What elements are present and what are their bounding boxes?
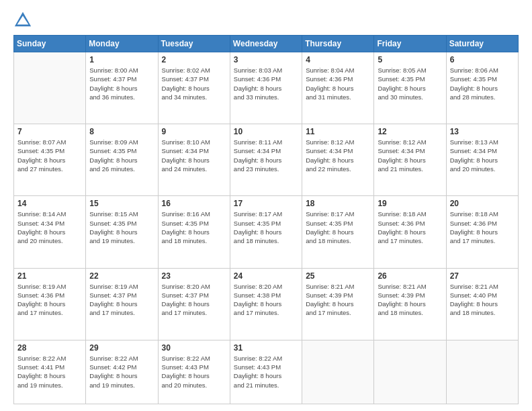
weekday-header-sunday: Sunday: [14, 36, 86, 52]
day-number: 12: [378, 127, 442, 136]
day-number: 28: [17, 343, 82, 353]
calendar-cell: 1Sunrise: 8:00 AMSunset: 4:37 PMDaylight…: [86, 52, 158, 124]
day-number: 10: [234, 127, 298, 136]
calendar-cell: 14Sunrise: 8:14 AMSunset: 4:34 PMDayligh…: [14, 196, 86, 268]
day-number: 22: [89, 271, 154, 281]
day-info: Sunrise: 8:14 AMSunset: 4:34 PMDaylight:…: [17, 210, 82, 245]
day-number: 5: [378, 55, 442, 64]
calendar-cell: [14, 52, 86, 124]
day-number: 4: [306, 55, 370, 64]
day-number: 20: [450, 199, 515, 208]
day-info: Sunrise: 8:15 AMSunset: 4:35 PMDaylight:…: [89, 210, 154, 245]
calendar-cell: 27Sunrise: 8:21 AMSunset: 4:40 PMDayligh…: [446, 268, 518, 340]
day-number: 21: [17, 271, 82, 281]
header: [13, 11, 519, 30]
day-number: 7: [17, 127, 82, 136]
weekday-header-wednesday: Wednesday: [230, 36, 302, 52]
day-number: 27: [450, 271, 515, 281]
day-number: 25: [306, 271, 370, 281]
calendar-cell: 8Sunrise: 8:09 AMSunset: 4:35 PMDaylight…: [86, 124, 158, 196]
day-info: Sunrise: 8:19 AMSunset: 4:37 PMDaylight:…: [89, 282, 154, 318]
day-number: 3: [234, 55, 298, 64]
day-info: Sunrise: 8:22 AMSunset: 4:43 PMDaylight:…: [234, 354, 298, 390]
day-info: Sunrise: 8:22 AMSunset: 4:42 PMDaylight:…: [89, 354, 154, 390]
day-number: 2: [162, 55, 226, 64]
day-number: 8: [89, 127, 154, 136]
day-info: Sunrise: 8:20 AMSunset: 4:38 PMDaylight:…: [234, 282, 298, 318]
calendar-cell: 15Sunrise: 8:15 AMSunset: 4:35 PMDayligh…: [86, 196, 158, 268]
weekday-header-friday: Friday: [374, 36, 446, 52]
day-info: Sunrise: 8:03 AMSunset: 4:36 PMDaylight:…: [234, 66, 298, 101]
day-info: Sunrise: 8:05 AMSunset: 4:35 PMDaylight:…: [378, 66, 442, 101]
day-number: 19: [378, 199, 442, 208]
calendar-cell: 24Sunrise: 8:20 AMSunset: 4:38 PMDayligh…: [230, 268, 302, 340]
calendar-cell: [446, 340, 518, 404]
day-info: Sunrise: 8:17 AMSunset: 4:35 PMDaylight:…: [234, 210, 298, 245]
day-info: Sunrise: 8:12 AMSunset: 4:34 PMDaylight:…: [378, 138, 442, 173]
calendar-cell: 23Sunrise: 8:20 AMSunset: 4:37 PMDayligh…: [158, 268, 230, 340]
day-number: 24: [234, 271, 298, 281]
day-number: 11: [306, 127, 370, 136]
day-info: Sunrise: 8:21 AMSunset: 4:39 PMDaylight:…: [378, 282, 442, 318]
day-number: 16: [162, 199, 226, 208]
day-info: Sunrise: 8:18 AMSunset: 4:36 PMDaylight:…: [378, 210, 442, 245]
weekday-header-monday: Monday: [86, 36, 158, 52]
weekday-header-tuesday: Tuesday: [158, 36, 230, 52]
calendar-cell: 20Sunrise: 8:18 AMSunset: 4:36 PMDayligh…: [446, 196, 518, 268]
calendar-cell: 19Sunrise: 8:18 AMSunset: 4:36 PMDayligh…: [374, 196, 446, 268]
calendar-cell: 28Sunrise: 8:22 AMSunset: 4:41 PMDayligh…: [14, 340, 86, 404]
day-info: Sunrise: 8:09 AMSunset: 4:35 PMDaylight:…: [89, 138, 154, 173]
calendar-cell: 7Sunrise: 8:07 AMSunset: 4:35 PMDaylight…: [14, 124, 86, 196]
day-info: Sunrise: 8:16 AMSunset: 4:35 PMDaylight:…: [162, 210, 226, 245]
calendar-cell: 12Sunrise: 8:12 AMSunset: 4:34 PMDayligh…: [374, 124, 446, 196]
logo-icon: [13, 11, 32, 30]
day-info: Sunrise: 8:13 AMSunset: 4:34 PMDaylight:…: [450, 138, 515, 173]
calendar-cell: 2Sunrise: 8:02 AMSunset: 4:37 PMDaylight…: [158, 52, 230, 124]
calendar-cell: 9Sunrise: 8:10 AMSunset: 4:34 PMDaylight…: [158, 124, 230, 196]
day-number: 29: [89, 343, 154, 353]
day-info: Sunrise: 8:11 AMSunset: 4:34 PMDaylight:…: [234, 138, 298, 173]
calendar-cell: 16Sunrise: 8:16 AMSunset: 4:35 PMDayligh…: [158, 196, 230, 268]
calendar-cell: 31Sunrise: 8:22 AMSunset: 4:43 PMDayligh…: [230, 340, 302, 404]
calendar-cell: 29Sunrise: 8:22 AMSunset: 4:42 PMDayligh…: [86, 340, 158, 404]
calendar-cell: [374, 340, 446, 404]
day-info: Sunrise: 8:21 AMSunset: 4:39 PMDaylight:…: [306, 282, 370, 318]
weekday-header-row: SundayMondayTuesdayWednesdayThursdayFrid…: [14, 36, 519, 52]
calendar-cell: 10Sunrise: 8:11 AMSunset: 4:34 PMDayligh…: [230, 124, 302, 196]
calendar-cell: 4Sunrise: 8:04 AMSunset: 4:36 PMDaylight…: [302, 52, 374, 124]
day-number: 13: [450, 127, 515, 136]
calendar-table: SundayMondayTuesdayWednesdayThursdayFrid…: [13, 35, 519, 404]
day-number: 15: [89, 199, 154, 208]
day-info: Sunrise: 8:00 AMSunset: 4:37 PMDaylight:…: [89, 66, 154, 101]
calendar-cell: [302, 340, 374, 404]
calendar-cell: 3Sunrise: 8:03 AMSunset: 4:36 PMDaylight…: [230, 52, 302, 124]
week-row-2: 7Sunrise: 8:07 AMSunset: 4:35 PMDaylight…: [14, 124, 519, 196]
day-info: Sunrise: 8:06 AMSunset: 4:35 PMDaylight:…: [450, 66, 515, 101]
calendar-cell: 17Sunrise: 8:17 AMSunset: 4:35 PMDayligh…: [230, 196, 302, 268]
week-row-3: 14Sunrise: 8:14 AMSunset: 4:34 PMDayligh…: [14, 196, 519, 268]
calendar-cell: 18Sunrise: 8:17 AMSunset: 4:35 PMDayligh…: [302, 196, 374, 268]
calendar-cell: 22Sunrise: 8:19 AMSunset: 4:37 PMDayligh…: [86, 268, 158, 340]
calendar-cell: 21Sunrise: 8:19 AMSunset: 4:36 PMDayligh…: [14, 268, 86, 340]
calendar-cell: 6Sunrise: 8:06 AMSunset: 4:35 PMDaylight…: [446, 52, 518, 124]
week-row-5: 28Sunrise: 8:22 AMSunset: 4:41 PMDayligh…: [14, 340, 519, 404]
day-info: Sunrise: 8:22 AMSunset: 4:43 PMDaylight:…: [162, 354, 226, 390]
calendar-cell: 5Sunrise: 8:05 AMSunset: 4:35 PMDaylight…: [374, 52, 446, 124]
day-number: 30: [162, 343, 226, 353]
calendar-cell: 25Sunrise: 8:21 AMSunset: 4:39 PMDayligh…: [302, 268, 374, 340]
day-number: 26: [378, 271, 442, 281]
day-info: Sunrise: 8:07 AMSunset: 4:35 PMDaylight:…: [17, 138, 82, 173]
day-number: 23: [162, 271, 226, 281]
day-info: Sunrise: 8:22 AMSunset: 4:41 PMDaylight:…: [17, 354, 82, 390]
day-info: Sunrise: 8:18 AMSunset: 4:36 PMDaylight:…: [450, 210, 515, 245]
day-number: 6: [450, 55, 515, 64]
week-row-1: 1Sunrise: 8:00 AMSunset: 4:37 PMDaylight…: [14, 52, 519, 124]
day-info: Sunrise: 8:02 AMSunset: 4:37 PMDaylight:…: [162, 66, 226, 101]
day-number: 9: [162, 127, 226, 136]
day-number: 1: [89, 55, 154, 64]
day-info: Sunrise: 8:19 AMSunset: 4:36 PMDaylight:…: [17, 282, 82, 318]
week-row-4: 21Sunrise: 8:19 AMSunset: 4:36 PMDayligh…: [14, 268, 519, 340]
day-info: Sunrise: 8:20 AMSunset: 4:37 PMDaylight:…: [162, 282, 226, 318]
day-info: Sunrise: 8:10 AMSunset: 4:34 PMDaylight:…: [162, 138, 226, 173]
day-number: 31: [234, 343, 298, 353]
